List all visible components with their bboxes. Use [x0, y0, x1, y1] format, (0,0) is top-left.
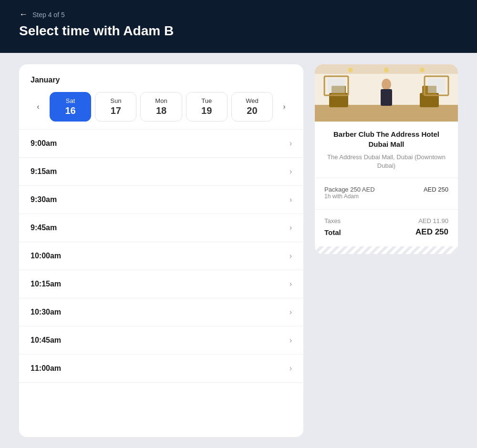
day-num: 20: [247, 105, 257, 116]
day-name: Sun: [110, 97, 121, 104]
venue-image: [315, 64, 458, 122]
day-buttons: Sat 16 Sun 17 Mon 18 Tue 19 Wed 20: [50, 92, 273, 122]
time-slot[interactable]: 10:45am ›: [19, 326, 303, 355]
day-name: Tue: [201, 97, 212, 104]
day-name: Wed: [246, 97, 259, 104]
svg-rect-16: [428, 79, 445, 93]
svg-rect-9: [381, 89, 392, 106]
time-text: 10:45am: [31, 336, 61, 345]
chevron-right-icon: ›: [290, 195, 292, 204]
day-num: 18: [156, 105, 166, 116]
time-slot[interactable]: 10:15am ›: [19, 270, 303, 298]
venue-address: The Address Dubai Mall, Dubai (Downtown …: [324, 153, 448, 170]
calendar-section: January ‹ Sat 16 Sun 17 Mon 18 Tue 19 We…: [19, 64, 303, 130]
receipt-bottom: [315, 246, 458, 254]
package-label: Package 250 AED: [324, 186, 375, 193]
svg-point-11: [384, 68, 389, 72]
prev-week-button[interactable]: ‹: [31, 99, 46, 114]
chevron-right-icon: ›: [290, 224, 292, 232]
step-indicator: ← Step 4 of 5: [19, 10, 458, 20]
right-panel: Barber Club The Address Hotel Dubai Mall…: [315, 64, 458, 254]
calendar-nav: ‹ Sat 16 Sun 17 Mon 18 Tue 19 Wed 20 ›: [31, 92, 292, 122]
time-list: 9:00am › 9:15am › 9:30am › 9:45am › 10:0…: [19, 130, 303, 437]
package-info: Package 250 AED 1h with Adam: [324, 186, 375, 200]
month-label: January: [31, 76, 292, 84]
package-price: AED 250: [424, 186, 448, 193]
package-row: Package 250 AED 1h with Adam AED 250: [324, 186, 448, 200]
main-content: January ‹ Sat 16 Sun 17 Mon 18 Tue 19 We…: [0, 53, 477, 448]
day-button-sun[interactable]: Sun 17: [95, 92, 136, 122]
time-text: 9:15am: [31, 167, 57, 176]
total-label: Total: [324, 228, 341, 236]
time-slot[interactable]: 9:15am ›: [19, 158, 303, 186]
svg-point-10: [348, 68, 353, 72]
time-text: 9:00am: [31, 139, 57, 148]
svg-rect-1: [315, 105, 458, 122]
chevron-right-icon: ›: [290, 252, 292, 260]
time-slot[interactable]: 9:00am ›: [19, 130, 303, 158]
time-text: 9:30am: [31, 195, 57, 204]
time-text: 10:30am: [31, 308, 61, 316]
next-week-button[interactable]: ›: [277, 99, 292, 114]
day-button-mon[interactable]: Mon 18: [140, 92, 182, 122]
step-label: Step 4 of 5: [32, 11, 65, 19]
page-title: Select time with Adam B: [19, 23, 458, 39]
svg-point-8: [382, 79, 391, 90]
left-panel: January ‹ Sat 16 Sun 17 Mon 18 Tue 19 We…: [19, 64, 303, 437]
day-name: Sat: [66, 97, 75, 104]
venue-name: Barber Club The Address Hotel Dubai Mall: [324, 129, 448, 149]
time-slot[interactable]: 10:30am ›: [19, 298, 303, 326]
total-row: Total AED 250: [324, 227, 448, 237]
time-slot[interactable]: 9:30am ›: [19, 186, 303, 214]
svg-rect-14: [328, 79, 345, 93]
day-name: Mon: [155, 97, 167, 104]
venue-info: Barber Club The Address Hotel Dubai Mall…: [315, 122, 458, 178]
back-button[interactable]: ←: [19, 10, 28, 20]
package-sub: 1h with Adam: [324, 193, 375, 200]
chevron-right-icon: ›: [290, 280, 292, 288]
tax-row: Taxes AED 11.90: [324, 217, 448, 224]
total-value: AED 250: [415, 227, 448, 237]
day-button-tue[interactable]: Tue 19: [186, 92, 228, 122]
time-text: 9:45am: [31, 224, 57, 232]
chevron-right-icon: ›: [290, 364, 292, 373]
day-button-wed[interactable]: Wed 20: [231, 92, 273, 122]
day-num: 16: [65, 105, 75, 116]
header: ← Step 4 of 5 Select time with Adam B: [0, 0, 477, 53]
chevron-right-icon: ›: [290, 167, 292, 176]
chevron-right-icon: ›: [290, 139, 292, 148]
chevron-right-icon: ›: [290, 308, 292, 316]
day-button-sat[interactable]: Sat 16: [50, 92, 91, 122]
time-slot[interactable]: 10:00am ›: [19, 242, 303, 270]
time-slot[interactable]: 11:00am ›: [19, 355, 303, 383]
taxes-label: Taxes: [324, 217, 341, 224]
taxes-value: AED 11.90: [418, 217, 448, 224]
chevron-right-icon: ›: [290, 336, 292, 345]
pricing-section: Package 250 AED 1h with Adam AED 250: [315, 178, 458, 210]
time-slot[interactable]: 9:45am ›: [19, 214, 303, 242]
day-num: 17: [111, 105, 121, 116]
totals-section: Taxes AED 11.90 Total AED 250: [315, 210, 458, 246]
svg-point-12: [420, 68, 425, 72]
time-text: 10:00am: [31, 252, 61, 260]
time-text: 11:00am: [31, 364, 61, 373]
day-num: 19: [201, 105, 212, 116]
time-text: 10:15am: [31, 280, 61, 288]
